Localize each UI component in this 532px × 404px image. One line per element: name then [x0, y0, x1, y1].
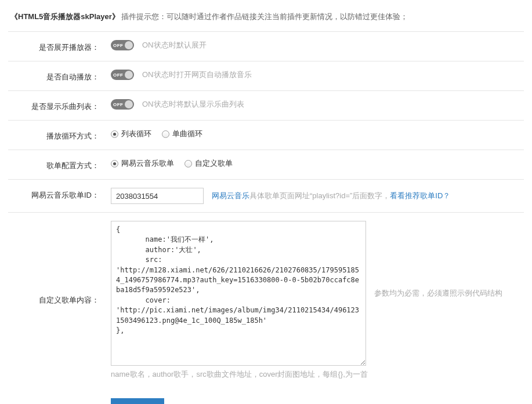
plugin-name: 《HTML5音乐播放器skPlayer》	[10, 12, 120, 21]
radio-loop-single-label: 单曲循环	[172, 129, 202, 139]
radio-group-source: 网易云音乐歌单 自定义歌单	[111, 158, 233, 169]
row-playlist-id: 网易云音乐歌单ID： 网易云音乐具体歌单页面网址“playlist?id=”后面…	[8, 179, 524, 212]
radio-source-custom-label: 自定义歌单	[195, 158, 233, 169]
tip-text: 插件提示您：可以随时通过作者作品链接关注当前插件更新情况，以防错过更佳体验；	[121, 12, 408, 21]
toggle-knob	[125, 100, 133, 108]
hint-expand: ON状态时默认展开	[142, 40, 207, 50]
row-autoplay: 是否自动播放： OFF ON状态时打开网页自动播放音乐	[8, 61, 524, 90]
radio-circle-icon	[111, 130, 118, 138]
custom-under-hint: name歌名，author歌手，src歌曲文件地址，cover封面图地址，每组{…	[111, 369, 368, 380]
textarea-custom[interactable]	[111, 221, 366, 366]
radio-group-loop: 列表循环 单曲循环	[111, 129, 202, 139]
radio-loop-single[interactable]: 单曲循环	[162, 129, 202, 139]
radio-loop-list[interactable]: 列表循环	[111, 129, 151, 139]
radio-circle-icon	[184, 160, 192, 168]
radio-source-custom[interactable]: 自定义歌单	[184, 158, 233, 169]
toggle-knob	[125, 71, 133, 79]
radio-loop-list-label: 列表循环	[121, 129, 151, 139]
hint-showlist: ON状态时将默认显示乐曲列表	[142, 99, 244, 110]
row-save: 保存设置	[8, 388, 524, 404]
radio-circle-icon	[162, 130, 169, 138]
custom-side-hint: 参数均为必需，必须遵照示例代码结构	[374, 288, 502, 299]
row-loop: 播放循环方式： 列表循环 单曲循环	[8, 120, 524, 150]
row-source: 歌单配置方式： 网易云音乐歌单 自定义歌单	[8, 150, 524, 179]
toggle-expand-text: OFF	[113, 43, 124, 48]
label-autoplay: 是否自动播放：	[8, 70, 104, 82]
label-custom: 自定义歌单内容：	[8, 295, 104, 305]
toggle-showlist[interactable]: OFF	[111, 99, 134, 110]
toggle-knob	[125, 41, 133, 49]
link-netease[interactable]: 网易云音乐	[212, 191, 249, 200]
toggle-autoplay-text: OFF	[113, 72, 124, 78]
playlist-id-desc: 网易云音乐具体歌单页面网址“playlist?id=”后面数字，看看推荐歌单ID…	[212, 191, 450, 201]
label-showlist: 是否显示乐曲列表：	[8, 99, 104, 112]
link-recommend[interactable]: 看看推荐歌单ID？	[390, 191, 450, 200]
label-loop: 播放循环方式：	[8, 129, 104, 141]
save-button[interactable]: 保存设置	[111, 398, 164, 404]
hint-autoplay: ON状态时打开网页自动播放音乐	[142, 70, 252, 80]
input-playlist-id[interactable]	[111, 188, 204, 204]
radio-source-netease[interactable]: 网易云音乐歌单	[111, 158, 174, 169]
header-tip: 《HTML5音乐播放器skPlayer》 插件提示您：可以随时通过作者作品链接关…	[8, 7, 524, 31]
playlist-id-desc-mid: 具体歌单页面网址“playlist?id=”后面数字，	[249, 191, 390, 200]
radio-circle-icon	[111, 160, 118, 168]
row-showlist: 是否显示乐曲列表： OFF ON状态时将默认显示乐曲列表	[8, 90, 524, 120]
toggle-expand[interactable]: OFF	[111, 40, 134, 50]
row-expand: 是否展开播放器： OFF ON状态时默认展开	[8, 31, 524, 61]
toggle-autoplay[interactable]: OFF	[111, 70, 134, 80]
label-source: 歌单配置方式：	[8, 158, 104, 171]
label-expand: 是否展开播放器：	[8, 40, 104, 53]
label-playlist-id: 网易云音乐歌单ID：	[8, 188, 104, 201]
row-custom: 自定义歌单内容： 参数均为必需，必须遵照示例代码结构 name歌名，author…	[8, 212, 524, 388]
toggle-showlist-text: OFF	[113, 102, 124, 107]
radio-source-netease-label: 网易云音乐歌单	[121, 158, 174, 169]
